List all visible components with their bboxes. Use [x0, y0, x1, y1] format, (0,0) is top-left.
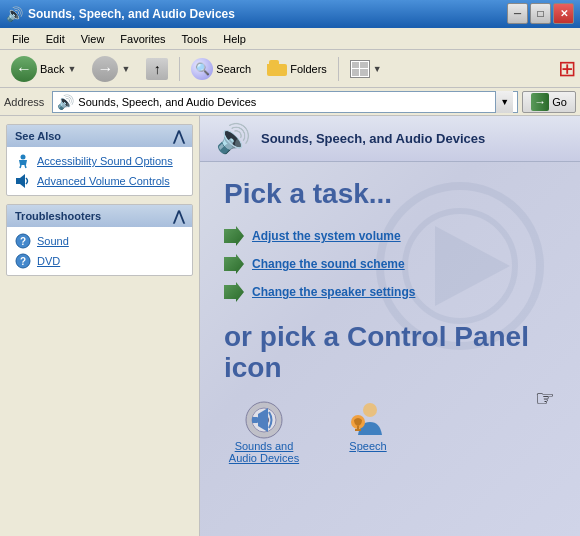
forward-button[interactable]: → ▼	[85, 54, 137, 84]
task-item-3[interactable]: Change the speaker settings	[224, 282, 556, 302]
folders-button[interactable]: Folders	[260, 54, 334, 84]
accessibility-link-label: Accessibility Sound Options	[37, 155, 173, 167]
address-icon: 🔊	[57, 94, 74, 110]
right-panel: 🔊 Sounds, Speech, and Audio Devices Pick…	[200, 116, 580, 536]
panel-header-icon: 🔊	[216, 122, 251, 155]
forward-icon: →	[92, 56, 118, 82]
menu-file[interactable]: File	[4, 31, 38, 47]
svg-point-0	[21, 155, 26, 160]
views-dropdown-arrow[interactable]: ▼	[373, 64, 382, 74]
toolbar-separator-1	[179, 57, 180, 81]
task-link-3[interactable]: Change the speaker settings	[252, 285, 415, 299]
task-item-1[interactable]: Adjust the system volume	[224, 226, 556, 246]
sidebar: See Also ⋀ Accessibility Sound Options	[0, 116, 200, 536]
panel-header: 🔊 Sounds, Speech, and Audio Devices	[200, 116, 580, 162]
search-icon: 🔍	[191, 58, 213, 80]
sidebar-section-troubleshooters: Troubleshooters ⋀ ? Sound	[6, 204, 193, 276]
dvd-troubleshoot-icon: ?	[15, 253, 31, 269]
up-button[interactable]: ↑	[139, 54, 175, 84]
troubleshooters-body: ? Sound ? DVD	[7, 227, 192, 275]
toolbar-separator-2	[338, 57, 339, 81]
volume-icon	[15, 173, 31, 189]
menu-edit[interactable]: Edit	[38, 31, 73, 47]
see-also-header: See Also ⋀	[7, 125, 192, 147]
svg-text:?: ?	[20, 256, 26, 267]
task-arrow-1	[224, 226, 244, 246]
volume-link-label: Advanced Volume Controls	[37, 175, 170, 187]
sidebar-link-sound[interactable]: ? Sound	[15, 233, 184, 249]
close-button[interactable]: ✕	[553, 3, 574, 24]
back-dropdown-arrow[interactable]: ▼	[67, 64, 76, 74]
search-label: Search	[216, 63, 251, 75]
svg-rect-1	[16, 178, 20, 184]
hand-cursor: ☞	[535, 386, 555, 412]
sound-troubleshoot-icon: ?	[15, 233, 31, 249]
title-bar-left: 🔊 Sounds, Speech, and Audio Devices	[6, 6, 235, 22]
sounds-audio-icon	[244, 400, 284, 440]
troubleshooters-collapse[interactable]: ⋀	[173, 209, 184, 223]
see-also-body: Accessibility Sound Options Advanced Vol…	[7, 147, 192, 195]
sounds-audio-label[interactable]: Sounds and Audio Devices	[224, 440, 304, 464]
svg-point-16	[363, 403, 377, 417]
title-icon: 🔊	[6, 6, 23, 22]
svg-rect-14	[252, 417, 258, 423]
icons-row: Sounds and Audio Devices Speech	[224, 400, 556, 464]
title-bar: 🔊 Sounds, Speech, and Audio Devices ─ □ …	[0, 0, 580, 28]
views-button[interactable]: ▼	[343, 54, 389, 84]
speech-icon	[348, 400, 388, 440]
address-label: Address	[4, 96, 48, 108]
accessibility-icon	[15, 153, 31, 169]
search-button[interactable]: 🔍 Search	[184, 54, 258, 84]
menu-bar: File Edit View Favorites Tools Help	[0, 28, 580, 50]
back-label: Back	[40, 63, 64, 75]
back-icon: ←	[11, 56, 37, 82]
forward-dropdown-arrow[interactable]: ▼	[121, 64, 130, 74]
pick-task-title: Pick a task...	[224, 178, 556, 210]
sidebar-link-accessibility[interactable]: Accessibility Sound Options	[15, 153, 184, 169]
address-text: Sounds, Speech, and Audio Devices	[78, 96, 491, 108]
sidebar-section-see-also: See Also ⋀ Accessibility Sound Options	[6, 124, 193, 196]
dvd-troubleshoot-label: DVD	[37, 255, 60, 267]
sidebar-link-dvd[interactable]: ? DVD	[15, 253, 184, 269]
svg-text:?: ?	[20, 236, 26, 247]
address-dropdown[interactable]: ▼	[495, 91, 513, 113]
maximize-button[interactable]: □	[530, 3, 551, 24]
go-button[interactable]: → Go	[522, 91, 576, 113]
go-arrow-icon: →	[531, 93, 549, 111]
address-input-wrap[interactable]: 🔊 Sounds, Speech, and Audio Devices ▼	[52, 91, 518, 113]
task-arrow-3	[224, 282, 244, 302]
panel-body: Pick a task... Adjust the system volume …	[200, 162, 580, 480]
speech-icon-item[interactable]: Speech	[328, 400, 408, 452]
toolbar: ← Back ▼ → ▼ ↑ 🔍 Search Folders ▼ ⊞	[0, 50, 580, 88]
minimize-button[interactable]: ─	[507, 3, 528, 24]
window-title: Sounds, Speech, and Audio Devices	[28, 7, 235, 21]
task-list: Adjust the system volume Change the soun…	[224, 226, 556, 302]
see-also-title: See Also	[15, 130, 61, 142]
main-content: See Also ⋀ Accessibility Sound Options	[0, 116, 580, 536]
back-button[interactable]: ← Back ▼	[4, 54, 83, 84]
title-buttons: ─ □ ✕	[507, 3, 574, 24]
menu-tools[interactable]: Tools	[174, 31, 216, 47]
panel-header-title: Sounds, Speech, and Audio Devices	[261, 131, 485, 146]
sound-troubleshoot-label: Sound	[37, 235, 69, 247]
sidebar-link-volume[interactable]: Advanced Volume Controls	[15, 173, 184, 189]
menu-favorites[interactable]: Favorites	[112, 31, 173, 47]
views-icon	[350, 60, 370, 78]
task-item-2[interactable]: Change the sound scheme	[224, 254, 556, 274]
folders-icon	[267, 60, 287, 78]
or-pick-title: or pick a Control Panel icon	[224, 322, 556, 384]
task-link-2[interactable]: Change the sound scheme	[252, 257, 405, 271]
svg-marker-2	[20, 174, 25, 188]
task-link-1[interactable]: Adjust the system volume	[252, 229, 401, 243]
troubleshooters-header: Troubleshooters ⋀	[7, 205, 192, 227]
up-icon: ↑	[146, 58, 168, 80]
see-also-collapse[interactable]: ⋀	[173, 129, 184, 143]
menu-view[interactable]: View	[73, 31, 113, 47]
sounds-audio-icon-item[interactable]: Sounds and Audio Devices	[224, 400, 304, 464]
menu-help[interactable]: Help	[215, 31, 254, 47]
go-label: Go	[552, 96, 567, 108]
windows-logo: ⊞	[558, 56, 576, 82]
task-arrow-2	[224, 254, 244, 274]
speech-label[interactable]: Speech	[349, 440, 386, 452]
folders-label: Folders	[290, 63, 327, 75]
